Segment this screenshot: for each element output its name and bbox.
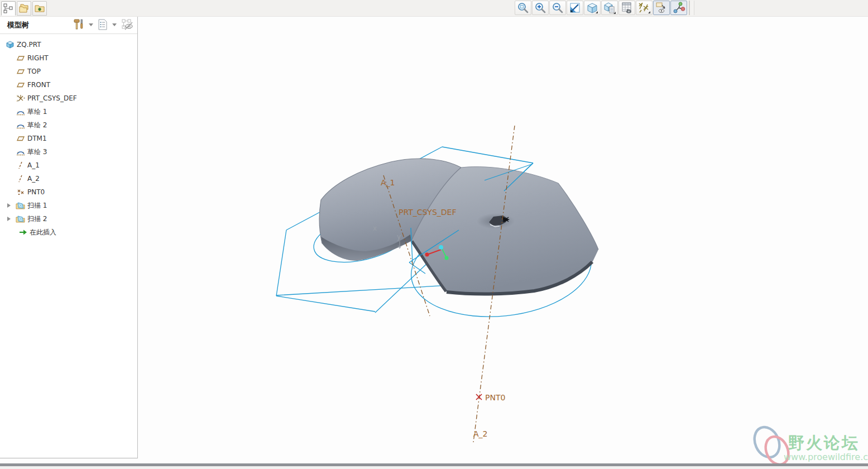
label-a2: A_2 bbox=[473, 429, 487, 438]
expand-arrow-icon[interactable] bbox=[7, 217, 11, 221]
zoom-in-icon bbox=[534, 2, 546, 14]
view-manager-button[interactable] bbox=[618, 1, 635, 15]
datum-plane-icon bbox=[16, 67, 25, 76]
watermark: 野火论坛 www.proewildfire.cn bbox=[750, 423, 868, 468]
watermark-url: www.proewildfire.cn bbox=[784, 452, 868, 462]
datum-plane-icon bbox=[16, 54, 25, 63]
tree-item-label: A_2 bbox=[27, 175, 40, 183]
saved-views-icon bbox=[603, 1, 616, 15]
repaint-icon bbox=[569, 2, 581, 14]
tree-item-label: 扫描 2 bbox=[27, 214, 47, 224]
settings-list-icon bbox=[97, 18, 108, 31]
tree-item-sweep[interactable]: 扫描 1 bbox=[0, 199, 137, 212]
toolbar-grip[interactable] bbox=[689, 1, 694, 15]
model-tree-panel: 模型树 bbox=[0, 16, 138, 458]
label-csys: PRT_CSYS_DEF bbox=[399, 208, 456, 217]
tree-item-datum-plane[interactable]: TOP bbox=[0, 65, 137, 78]
tree-item-label: DTM1 bbox=[27, 135, 47, 142]
tree-item-axis[interactable]: A_1 bbox=[0, 159, 137, 172]
triad-origin bbox=[439, 245, 443, 250]
tools-icon bbox=[73, 18, 85, 31]
tree-item-label: 在此插入 bbox=[30, 228, 56, 237]
svg-text:x: x bbox=[23, 96, 25, 99]
datum-plane-icon bbox=[16, 134, 25, 143]
model-tree-icon bbox=[3, 3, 14, 14]
display-style-icon bbox=[586, 1, 599, 15]
folder-stack-icon bbox=[18, 3, 30, 14]
favorites-tab[interactable] bbox=[32, 1, 47, 16]
label-pnt0: PNT0 bbox=[485, 393, 505, 402]
tree-item-label: FRONT bbox=[27, 81, 50, 89]
csys-icon: y z x bbox=[16, 94, 25, 103]
spin-center-button[interactable] bbox=[670, 1, 687, 15]
triad-x-handle bbox=[425, 253, 429, 257]
tree-item-part[interactable]: ZQ.PRT bbox=[0, 38, 137, 51]
watermark-title: 野火论坛 bbox=[788, 433, 860, 452]
svg-text:x: x bbox=[373, 224, 377, 232]
sweep-icon bbox=[16, 214, 25, 224]
tree-item-axis[interactable]: A_2 bbox=[0, 172, 137, 185]
sketch-icon bbox=[16, 121, 25, 130]
tree-item-datum-plane[interactable]: DTM1 bbox=[0, 132, 137, 145]
model-tree-tab[interactable] bbox=[1, 1, 16, 16]
zoom-in-button[interactable] bbox=[532, 1, 549, 15]
tree-filter-button[interactable] bbox=[119, 18, 135, 31]
display-style-button[interactable] bbox=[584, 1, 601, 15]
tree-item-sketch[interactable]: 草绘 1 bbox=[0, 105, 137, 118]
tree-item-sketch[interactable]: 草绘 3 bbox=[0, 145, 137, 159]
chevron-down-icon[interactable] bbox=[112, 23, 117, 26]
model-tree-header: 模型树 bbox=[0, 16, 137, 34]
part-icon bbox=[5, 40, 15, 50]
svg-text:y: y bbox=[397, 233, 401, 241]
tree-item-label: TOP bbox=[27, 68, 41, 75]
tree-settings-button[interactable] bbox=[96, 18, 109, 31]
zoom-out-button[interactable] bbox=[549, 1, 566, 15]
tree-item-label: PNT0 bbox=[27, 188, 45, 196]
svg-text:z: z bbox=[17, 99, 18, 102]
tree-item-insert-here[interactable]: 在此插入 bbox=[0, 226, 137, 239]
chevron-down-icon[interactable] bbox=[89, 23, 93, 26]
saved-views-button[interactable] bbox=[601, 1, 618, 15]
zoom-fit-button[interactable] bbox=[515, 1, 531, 15]
zoom-fit-icon bbox=[517, 2, 529, 14]
top-strip bbox=[0, 0, 868, 17]
axis-icon bbox=[16, 161, 25, 170]
navigator-tab-bar bbox=[1, 1, 47, 16]
view-manager-icon bbox=[620, 1, 634, 15]
tree-item-label: PRT_CSYS_DEF bbox=[27, 94, 77, 102]
tree-tools-button[interactable] bbox=[71, 18, 86, 31]
tree-item-datum-plane[interactable]: FRONT bbox=[0, 78, 137, 92]
sketch-icon bbox=[16, 147, 25, 157]
tree-item-label: 草绘 3 bbox=[27, 147, 47, 157]
folder-star-icon bbox=[34, 3, 45, 14]
annotation-display-button[interactable] bbox=[653, 1, 670, 15]
tree-filter-icon bbox=[121, 18, 134, 31]
point-icon bbox=[16, 188, 25, 197]
triad-y-handle bbox=[445, 256, 449, 260]
repaint-button[interactable] bbox=[567, 1, 583, 15]
zoom-out-icon bbox=[552, 2, 564, 14]
datum-display-icon bbox=[637, 1, 651, 15]
dropdown-corner bbox=[648, 11, 650, 13]
expand-arrow-icon[interactable] bbox=[7, 203, 11, 208]
tree-item-csys[interactable]: y z x PRT_CSYS_DEF bbox=[0, 92, 137, 105]
tree-item-sweep[interactable]: 扫描 2 bbox=[0, 212, 137, 226]
model-tree-body: ZQ.PRT RIGHT TOP FRONT bbox=[0, 34, 137, 239]
tree-item-sketch[interactable]: 草绘 2 bbox=[0, 118, 137, 132]
tree-item-label: 草绘 1 bbox=[27, 107, 47, 117]
datum-plane-icon bbox=[16, 80, 25, 90]
tree-item-label: ZQ.PRT bbox=[17, 41, 41, 49]
tree-item-label: 扫描 1 bbox=[27, 201, 47, 210]
view-toolbar bbox=[515, 1, 694, 15]
tree-item-datum-plane[interactable]: RIGHT bbox=[0, 51, 137, 65]
label-a1: A_1 bbox=[381, 178, 395, 187]
dropdown-corner bbox=[596, 11, 598, 13]
datum-display-button[interactable] bbox=[636, 1, 653, 15]
tree-item-label: RIGHT bbox=[27, 54, 49, 62]
folder-browser-tab[interactable] bbox=[17, 1, 31, 16]
axis-icon bbox=[16, 174, 25, 184]
svg-text:y: y bbox=[17, 94, 18, 98]
sweep-icon bbox=[16, 201, 25, 210]
tree-item-point[interactable]: PNT0 bbox=[0, 185, 137, 199]
annotation-display-icon bbox=[655, 1, 668, 15]
